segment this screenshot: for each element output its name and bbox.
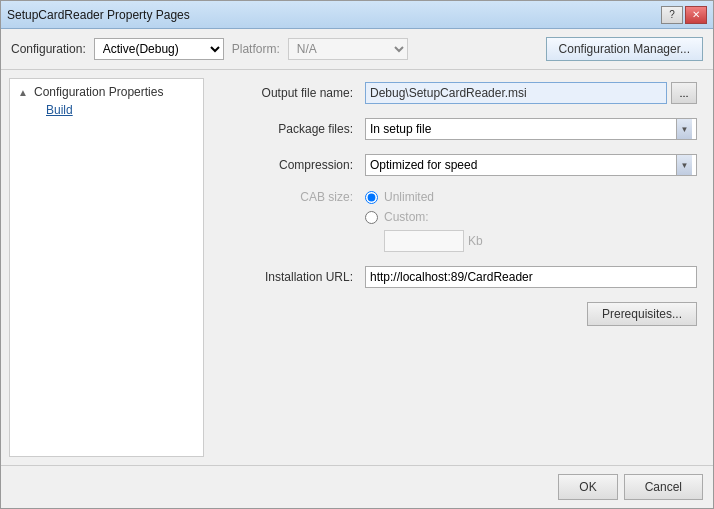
prerequisites-row: Prerequisites... xyxy=(220,302,697,326)
custom-radio-row: Custom: xyxy=(365,210,483,224)
platform-label: Platform: xyxy=(232,42,280,56)
config-label: Configuration: xyxy=(11,42,86,56)
title-bar: SetupCardReader Property Pages ? ✕ xyxy=(1,1,713,29)
sidebar: ▲ Configuration Properties Build xyxy=(9,78,204,457)
custom-radio[interactable] xyxy=(365,211,378,224)
unlimited-radio[interactable] xyxy=(365,191,378,204)
installation-url-input[interactable] xyxy=(365,266,697,288)
sidebar-item-config-properties[interactable]: ▲ Configuration Properties xyxy=(14,83,199,101)
close-button[interactable]: ✕ xyxy=(685,6,707,24)
title-bar-buttons: ? ✕ xyxy=(661,6,707,24)
prerequisites-button[interactable]: Prerequisites... xyxy=(587,302,697,326)
cab-radios: Unlimited Custom: Kb xyxy=(365,190,483,252)
right-panel: Output file name: ... Package files: In … xyxy=(204,70,713,465)
platform-dropdown[interactable]: N/A xyxy=(288,38,408,60)
compression-value: Optimized for speed xyxy=(370,158,676,172)
toolbar: Configuration: Active(Debug) Platform: N… xyxy=(1,29,713,70)
window-title: SetupCardReader Property Pages xyxy=(7,8,190,22)
compression-row: Compression: Optimized for speed ▼ xyxy=(220,154,697,176)
cab-size-input[interactable] xyxy=(384,230,464,252)
tree-toggle-icon: ▲ xyxy=(18,87,34,98)
dropdown-arrow-icon2: ▼ xyxy=(676,155,692,175)
help-button[interactable]: ? xyxy=(661,6,683,24)
sidebar-child-build: Build xyxy=(14,101,199,119)
package-files-row: Package files: In setup file ▼ xyxy=(220,118,697,140)
ok-button[interactable]: OK xyxy=(558,474,617,500)
custom-label: Custom: xyxy=(384,210,429,224)
unlimited-label: Unlimited xyxy=(384,190,434,204)
output-file-row: Output file name: ... xyxy=(220,82,697,104)
output-file-label: Output file name: xyxy=(220,86,365,100)
installation-url-row: Installation URL: xyxy=(220,266,697,288)
compression-dropdown[interactable]: Optimized for speed ▼ xyxy=(365,154,697,176)
kb-label: Kb xyxy=(468,234,483,248)
bottom-bar: OK Cancel xyxy=(1,465,713,508)
config-properties-label: Configuration Properties xyxy=(34,85,163,99)
installation-url-label: Installation URL: xyxy=(220,270,365,284)
package-files-dropdown[interactable]: In setup file ▼ xyxy=(365,118,697,140)
cab-input-row: Kb xyxy=(384,230,483,252)
browse-button[interactable]: ... xyxy=(671,82,697,104)
main-content: ▲ Configuration Properties Build Output … xyxy=(1,70,713,465)
sidebar-item-build[interactable]: Build xyxy=(42,101,199,119)
cab-size-row: CAB size: Unlimited Custom: Kb xyxy=(220,190,697,252)
compression-label: Compression: xyxy=(220,158,365,172)
package-files-label: Package files: xyxy=(220,122,365,136)
package-files-value: In setup file xyxy=(370,122,676,136)
sidebar-tree: ▲ Configuration Properties Build xyxy=(10,79,203,123)
cab-size-label: CAB size: xyxy=(220,190,365,204)
main-window: SetupCardReader Property Pages ? ✕ Confi… xyxy=(0,0,714,509)
unlimited-radio-row: Unlimited xyxy=(365,190,483,204)
dropdown-arrow-icon: ▼ xyxy=(676,119,692,139)
config-dropdown[interactable]: Active(Debug) xyxy=(94,38,224,60)
cancel-button[interactable]: Cancel xyxy=(624,474,703,500)
output-file-input[interactable] xyxy=(365,82,667,104)
config-manager-button[interactable]: Configuration Manager... xyxy=(546,37,703,61)
